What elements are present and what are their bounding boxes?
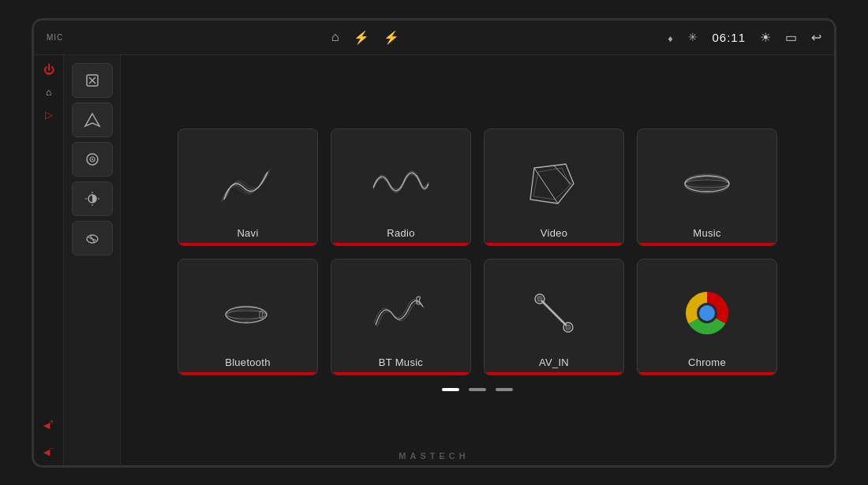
bluetooth-status-icon: ✳ — [688, 31, 698, 43]
btmusic-icon — [339, 270, 462, 356]
palette-icon — [84, 229, 101, 247]
svg-point-34 — [566, 325, 571, 330]
brightness-button[interactable] — [72, 181, 113, 216]
app-tile-music[interactable]: Music — [637, 129, 777, 245]
close-sidebar-button[interactable] — [72, 63, 113, 98]
device-frame: MIC ⌂ ⚡ ⚡ ⬧ ✳ 06:11 ☀ ▭ ↩ ⏻ ⌂ ▷ ◀+ ◀− — [32, 18, 836, 468]
location-strip-icon[interactable]: ▷ — [45, 109, 53, 121]
btmusic-label: BT Music — [379, 356, 423, 375]
main-area: ⏻ ⌂ ▷ ◀+ ◀− — [34, 55, 834, 465]
status-center: ⌂ ⚡ ⚡ — [331, 30, 399, 45]
location-icon: ⬧ — [667, 31, 674, 44]
app-grid-area: Navi Radio — [121, 55, 834, 465]
home-strip-icon[interactable]: ⌂ — [46, 87, 51, 98]
music-label: Music — [693, 227, 720, 245]
brightness-half-icon — [84, 190, 101, 207]
radio-icon — [339, 140, 462, 226]
chrome-inner — [697, 303, 717, 323]
home-status-icon: ⌂ — [331, 30, 339, 44]
avin-icon — [492, 270, 615, 356]
navi-label: Navi — [237, 227, 258, 245]
svg-marker-3 — [85, 114, 99, 126]
x-icon — [84, 73, 100, 88]
nav-triangle-icon — [84, 111, 101, 129]
svg-line-17 — [554, 166, 571, 185]
sidebar — [64, 55, 121, 465]
app-tile-bluetooth[interactable]: Bluetooth — [178, 259, 318, 375]
status-left: MIC — [47, 33, 63, 42]
radio-label: Radio — [387, 227, 414, 245]
chrome-icon — [645, 270, 769, 356]
svg-point-20 — [685, 180, 729, 188]
palette-button[interactable] — [72, 221, 113, 256]
svg-point-32 — [537, 297, 542, 301]
svg-line-36 — [544, 304, 560, 319]
navigate-button[interactable] — [72, 103, 113, 137]
mic-label: MIC — [47, 33, 63, 42]
left-strip: ⏻ ⌂ ▷ ◀+ ◀− — [34, 55, 64, 465]
video-label: Video — [541, 227, 568, 245]
brightness-icon: ☀ — [760, 30, 771, 45]
status-right: ⬧ ✳ 06:11 ☀ ▭ ↩ — [667, 30, 821, 45]
svg-point-6 — [92, 159, 93, 160]
svg-marker-15 — [530, 164, 574, 203]
app-tile-video[interactable]: Video — [484, 129, 624, 245]
usb2-icon: ⚡ — [383, 30, 399, 45]
time-display: 06:11 — [712, 31, 746, 44]
avin-label: AV_IN — [539, 356, 569, 375]
camera-icon — [84, 151, 101, 168]
app-tile-navi[interactable]: Navi — [178, 129, 318, 245]
vol-up-icon[interactable]: ◀+ — [43, 418, 54, 431]
navi-icon — [186, 140, 309, 226]
camera-button[interactable] — [72, 142, 113, 177]
brand-area: MASTECH — [398, 448, 469, 462]
pagination-dot-2[interactable] — [496, 388, 513, 391]
pagination-dot-1[interactable] — [469, 388, 486, 391]
app-tile-chrome[interactable]: Chrome — [637, 259, 777, 375]
chrome-label: Chrome — [688, 356, 726, 375]
app-tile-btmusic[interactable]: BT Music — [331, 259, 471, 375]
power-icon[interactable]: ⏻ — [43, 63, 54, 76]
chrome-ring — [686, 292, 728, 334]
brand-label: MASTECH — [398, 451, 469, 461]
app-grid: Navi Radio — [178, 129, 777, 375]
pagination-dot-0[interactable] — [442, 388, 459, 391]
pagination — [442, 388, 513, 391]
bluetooth-icon — [186, 270, 309, 356]
app-tile-radio[interactable]: Radio — [331, 129, 471, 245]
bluetooth-label: Bluetooth — [225, 356, 271, 375]
svg-point-19 — [685, 176, 729, 192]
app-tile-avin[interactable]: AV_IN — [484, 259, 624, 375]
window-icon: ▭ — [785, 30, 797, 45]
video-icon — [492, 140, 615, 226]
back-icon: ↩ — [811, 30, 821, 45]
music-icon — [645, 140, 769, 226]
vol-down-icon[interactable]: ◀− — [43, 445, 54, 457]
usb1-icon: ⚡ — [354, 30, 369, 45]
svg-line-14 — [88, 237, 96, 241]
status-bar: MIC ⌂ ⚡ ⚡ ⬧ ✳ 06:11 ☀ ▭ ↩ — [34, 21, 834, 55]
